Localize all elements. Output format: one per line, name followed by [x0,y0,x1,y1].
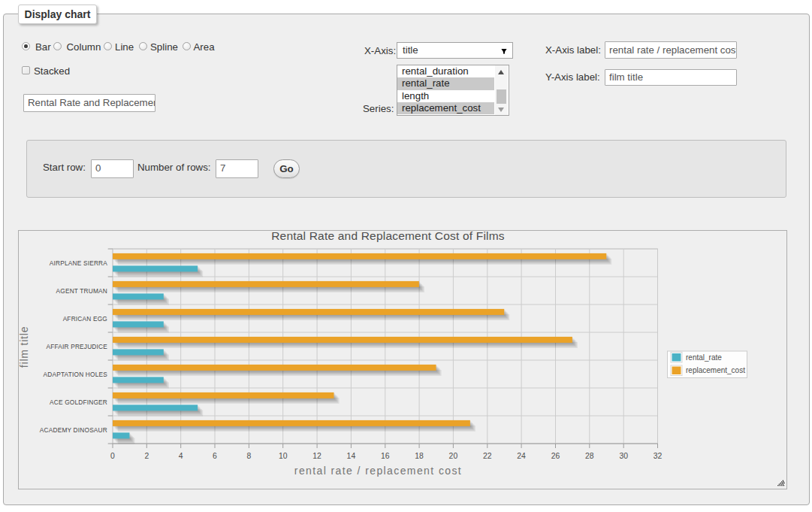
svg-text:28: 28 [585,452,594,460]
svg-text:4: 4 [179,452,183,460]
svg-text:6: 6 [213,452,217,460]
svg-text:AGENT TRUMAN: AGENT TRUMAN [56,287,107,295]
svg-text:rental_rate: rental_rate [686,353,722,362]
svg-text:24: 24 [517,452,526,460]
svg-text:10: 10 [279,452,288,460]
svg-text:film title: film title [19,326,30,368]
svg-text:16: 16 [381,452,390,460]
svg-text:ACADEMY DINOSAUR: ACADEMY DINOSAUR [40,426,107,434]
svg-text:2: 2 [144,452,149,460]
svg-text:32: 32 [654,452,663,460]
svg-text:0: 0 [110,452,115,460]
svg-text:22: 22 [483,452,492,460]
svg-text:26: 26 [551,452,560,460]
svg-text:18: 18 [415,452,424,460]
svg-text:AFRICAN EGG: AFRICAN EGG [63,315,107,323]
svg-text:ACE GOLDFINGER: ACE GOLDFINGER [50,398,107,406]
svg-text:8: 8 [247,452,252,460]
svg-text:14: 14 [347,452,356,460]
svg-text:30: 30 [619,452,628,460]
svg-text:Rental Rate and Replacement Co: Rental Rate and Replacement Cost of Film… [271,231,505,242]
svg-text:AIRPLANE SIERRA: AIRPLANE SIERRA [50,259,108,267]
svg-text:rental rate / replacement cost: rental rate / replacement cost [294,465,462,477]
svg-text:replacement_cost: replacement_cost [686,366,745,374]
svg-text:20: 20 [449,452,458,460]
svg-text:12: 12 [312,452,321,460]
svg-text:ADAPTATION HOLES: ADAPTATION HOLES [44,371,108,378]
svg-text:AFFAIR PREJUDICE: AFFAIR PREJUDICE [46,343,107,350]
